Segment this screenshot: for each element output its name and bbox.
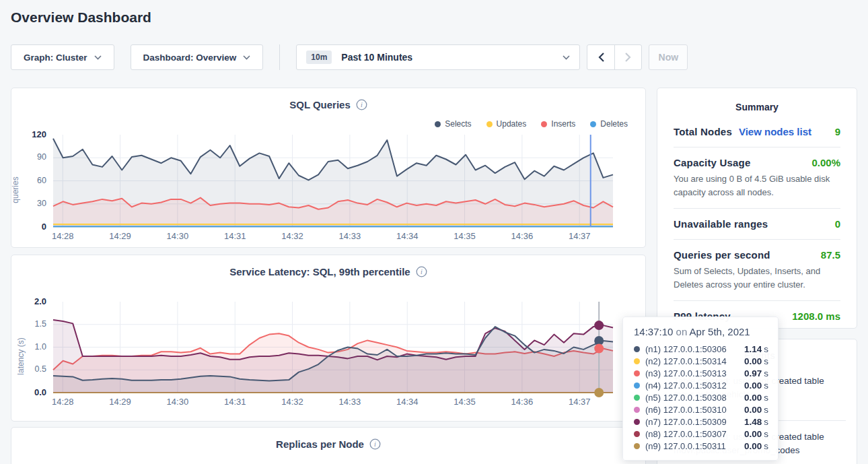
y-axis-tick: 1.0 [11,342,46,352]
summary-label: Capacity Usage [674,157,751,168]
tooltip-node-unit: s [764,405,768,415]
tooltip-node-value: 1.48s [744,417,768,427]
tooltip-node-value: 0.00s [744,380,768,391]
view-nodes-list-link[interactable]: View nodes list [739,126,811,137]
x-axis-tick: 14:37 [559,231,600,241]
info-icon[interactable]: i [369,438,381,450]
series-dot-icon [634,407,640,413]
tooltip-row: (n1) 127.0.0.1:503061.14s [634,343,768,355]
legend-label: Deletes [600,119,628,129]
tooltip-node-label: (n5) 127.0.0.1:50308 [645,393,739,403]
y-axis-tick: 90 [11,152,46,162]
tooltip-row: (n8) 127.0.0.1:503070.00s [634,428,768,440]
tooltip-node-label: (n3) 127.0.0.1:50313 [645,368,739,378]
summary-description: You are using 0 B of 4.5 GiB usable disk… [674,172,840,199]
legend-label: Selects [445,119,471,129]
service-latency-chart[interactable]: latency (s)0.00.51.01.52.014:2814:2914:3… [11,299,645,413]
legend-item: Updates [486,119,527,129]
summary-value: 0.00% [811,157,840,168]
x-axis-tick: 14:37 [559,397,600,407]
legend-item: Deletes [590,119,628,129]
tooltip-row: (n4) 127.0.0.1:503120.00s [634,379,768,391]
summary-value: 9 [835,126,840,137]
time-range-dropdown[interactable]: 10m Past 10 Minutes [296,44,580,70]
summary-label: Queries per second [674,249,770,261]
sql-queries-panel: SQL Queries i SelectsUpdatesInsertsDelet… [11,88,646,248]
summary-label: Total Nodes [674,126,732,137]
summary-description: Sum of Selects, Updates, Inserts, and De… [674,265,840,291]
replicas-per-node-panel: Replicas per Node i [11,427,646,464]
summary-row: Unavailable ranges0 [674,218,840,230]
graph-dropdown[interactable]: Graph: Cluster [11,44,114,70]
summary-value: 0 [835,218,840,230]
info-icon[interactable]: i [356,99,367,110]
time-step-buttons [587,44,642,70]
legend-label: Inserts [551,119,575,129]
tooltip-node-unit: s [764,393,768,403]
tooltip-row: (n7) 127.0.0.1:503091.48s [634,416,768,428]
x-axis-tick: 14:30 [157,231,198,241]
now-button[interactable]: Now [649,44,688,70]
y-axis-tick: 120 [11,129,46,139]
svg-text:i: i [361,101,363,108]
sql-queries-chart[interactable]: queries030609012014:2814:2914:3014:3114:… [11,132,645,247]
legend-item: Selects [435,119,471,129]
y-axis-tick: 2.0 [11,296,46,306]
tooltip-node-value: 0.97s [744,368,768,378]
summary-row: Queries per second87.5Sum of Selects, Up… [674,249,840,291]
time-prev-button[interactable] [587,45,614,69]
y-axis-tick: 30 [11,199,46,208]
x-axis-tick: 14:34 [387,231,427,241]
series-dot-icon [634,431,640,437]
tooltip-node-value: 0.00s [744,356,768,366]
summary-panel: Summary Total NodesView nodes list9Capac… [657,88,857,329]
plot-area[interactable] [53,302,613,394]
dashboard-dropdown[interactable]: Dashboard: Overview [131,44,264,70]
x-axis-tick: 14:28 [42,231,83,241]
x-axis-tick: 14:31 [215,231,255,241]
tooltip-node-unit: s [764,429,768,439]
x-axis-tick: 14:32 [273,397,313,407]
summary-row: Total NodesView nodes list9 [674,126,840,137]
x-axis-tick: 14:35 [445,397,485,407]
x-axis-tick: 14:33 [330,397,370,407]
time-range-badge: 10m [306,51,332,64]
tooltip-node-unit: s [764,368,768,378]
summary-value: 87.5 [821,249,840,261]
tooltip-node-label: (n4) 127.0.0.1:50312 [645,380,739,391]
x-axis-tick: 14:29 [100,397,141,407]
x-axis-tick: 14:35 [445,231,485,241]
svg-text:i: i [374,440,376,448]
y-axis-tick: 0.0 [11,387,46,397]
tooltip-node-value: 0.00s [744,441,768,451]
sql-queries-title: SQL Queries [289,99,351,110]
x-axis-tick: 14:31 [215,397,255,407]
tooltip-row: (n5) 127.0.0.1:503080.00s [634,391,768,403]
tooltip-node-value: 0.00s [744,429,768,439]
chevron-right-icon [625,53,631,62]
y-axis-tick: 60 [11,176,46,185]
tooltip-node-value: 0.00s [744,393,768,403]
series-dot-icon [634,358,640,364]
tooltip-row: (n9) 127.0.0.1:503110.00s [634,440,768,452]
tooltip-node-unit: s [764,344,768,354]
series-dot-icon [634,395,640,401]
time-range-label: Past 10 Minutes [341,52,412,63]
dashboard-dropdown-label: Dashboard: Overview [143,53,237,63]
legend-dot-icon [590,121,596,127]
tooltip-row: (n6) 127.0.0.1:503100.00s [634,403,768,416]
service-latency-title: Service Latency: SQL, 99th percentile [229,266,410,277]
chevron-down-icon [563,55,570,60]
legend-dot-icon [541,121,547,127]
tooltip-node-unit: s [764,356,768,366]
y-axis-tick: 0 [11,222,46,232]
info-icon[interactable]: i [416,266,427,277]
plot-area[interactable] [53,135,613,228]
tooltip-node-label: (n2) 127.0.0.1:50314 [645,356,739,366]
time-next-button[interactable] [614,45,641,69]
summary-value: 1208.0 ms [792,310,840,322]
legend-label: Updates [497,119,527,129]
summary-row: Capacity Usage0.00%You are using 0 B of … [674,157,840,199]
x-axis-tick: 14:34 [387,397,427,407]
y-axis-tick: 1.5 [11,319,46,329]
